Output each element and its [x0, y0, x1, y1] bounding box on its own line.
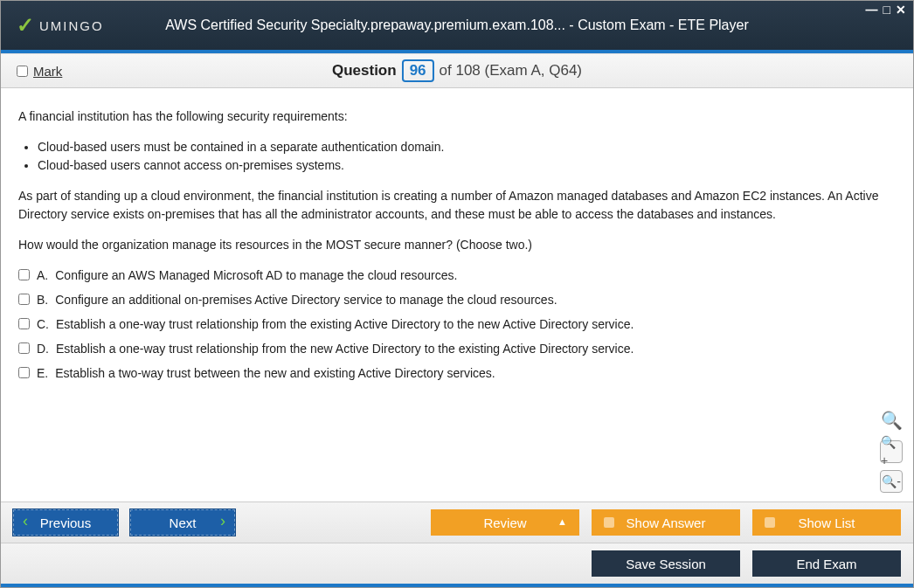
mark-label[interactable]: Mark [33, 64, 62, 79]
next-label: Next [170, 515, 197, 530]
checkmark-icon: ✓ [17, 13, 36, 38]
choice-checkbox[interactable] [18, 342, 30, 354]
choice-checkbox[interactable] [18, 294, 30, 305]
minimize-icon[interactable]: — [866, 3, 878, 17]
nav-bar: ‹ Previous Next › Review ▲ Show Answer S… [1, 502, 913, 543]
show-list-label: Show List [798, 515, 855, 530]
mark-checkbox[interactable] [17, 66, 28, 77]
question-total: of 108 (Exam A, Q64) [440, 62, 582, 80]
chevron-right-icon: › [220, 512, 225, 530]
para3: How would the organization manage its re… [18, 236, 896, 254]
question-counter: Question 96 of 108 (Exam A, Q64) [332, 59, 582, 82]
square-icon [604, 517, 614, 528]
show-answer-button[interactable]: Show Answer [592, 509, 740, 536]
titlebar: ✓ UMINGO AWS Certified Security Specialt… [1, 1, 913, 50]
previous-button[interactable]: ‹ Previous [13, 509, 118, 536]
question-number: 96 [402, 59, 434, 82]
window-title: AWS Certified Security Specialty.prepawa… [165, 17, 748, 33]
question-header: Mark Question 96 of 108 (Exam A, Q64) [1, 53, 913, 88]
window-controls: — □ ✕ [866, 3, 906, 17]
choice-letter: A. [37, 266, 48, 285]
choice-checkbox[interactable] [18, 367, 30, 378]
question-content: A financial institution has the followin… [1, 88, 913, 502]
brand-text: UMINGO [39, 18, 104, 33]
next-button[interactable]: Next › [130, 509, 235, 536]
choice-c[interactable]: C. Establish a one-way trust relationshi… [18, 315, 896, 334]
choice-e[interactable]: E. Establish a two-way trust between the… [18, 364, 896, 383]
choice-text: Configure an additional on-premises Acti… [55, 291, 557, 309]
intro-text: A financial institution has the followin… [18, 107, 896, 126]
show-list-button[interactable]: Show List [752, 509, 901, 536]
previous-label: Previous [40, 515, 91, 530]
choice-letter: E. [37, 364, 48, 383]
square-icon [765, 517, 775, 528]
session-bar: Save Session End Exam [1, 543, 913, 584]
zoom-controls: 🔍 🔍+ 🔍- [880, 407, 903, 493]
bullet-item: Cloud-based users cannot access on-premi… [38, 156, 896, 175]
choice-letter: B. [37, 291, 48, 309]
choice-d[interactable]: D. Establish a one-way trust relationshi… [18, 340, 896, 358]
review-button[interactable]: Review ▲ [431, 509, 579, 536]
choice-checkbox[interactable] [18, 318, 30, 329]
brand-logo: ✓ UMINGO [17, 13, 104, 38]
choice-checkbox[interactable] [18, 269, 30, 280]
choice-a[interactable]: A. Configure an AWS Managed Microsoft AD… [18, 266, 896, 285]
maximize-icon[interactable]: □ [883, 3, 890, 17]
choice-b[interactable]: B. Configure an additional on-premises A… [18, 291, 896, 309]
close-icon[interactable]: ✕ [896, 3, 906, 17]
choices-list: A. Configure an AWS Managed Microsoft AD… [18, 266, 896, 383]
zoom-in-button[interactable]: 🔍+ [880, 440, 903, 463]
triangle-up-icon: ▲ [557, 516, 567, 527]
choice-letter: D. [37, 340, 49, 358]
chevron-left-icon: ‹ [23, 512, 28, 530]
para2: As part of standing up a cloud environme… [18, 187, 896, 224]
choice-text: Establish a two-way trust between the ne… [55, 364, 495, 383]
separator [1, 584, 913, 587]
choice-text: Configure an AWS Managed Microsoft AD to… [55, 266, 457, 285]
choice-text: Establish a one-way trust relationship f… [56, 315, 634, 334]
end-exam-button[interactable]: End Exam [752, 550, 901, 577]
question-word: Question [332, 62, 397, 80]
bullet-list: Cloud-based users must be contained in a… [38, 138, 896, 175]
show-answer-label: Show Answer [627, 515, 706, 530]
choice-text: Establish a one-way trust relationship f… [56, 340, 634, 358]
bullet-item: Cloud-based users must be contained in a… [38, 138, 896, 156]
choice-letter: C. [37, 315, 49, 334]
magnify-icon[interactable]: 🔍 [881, 407, 903, 433]
review-label: Review [483, 515, 526, 530]
mark-checkbox-wrap[interactable]: Mark [17, 64, 62, 79]
save-session-button[interactable]: Save Session [592, 550, 740, 577]
zoom-out-button[interactable]: 🔍- [880, 470, 903, 493]
